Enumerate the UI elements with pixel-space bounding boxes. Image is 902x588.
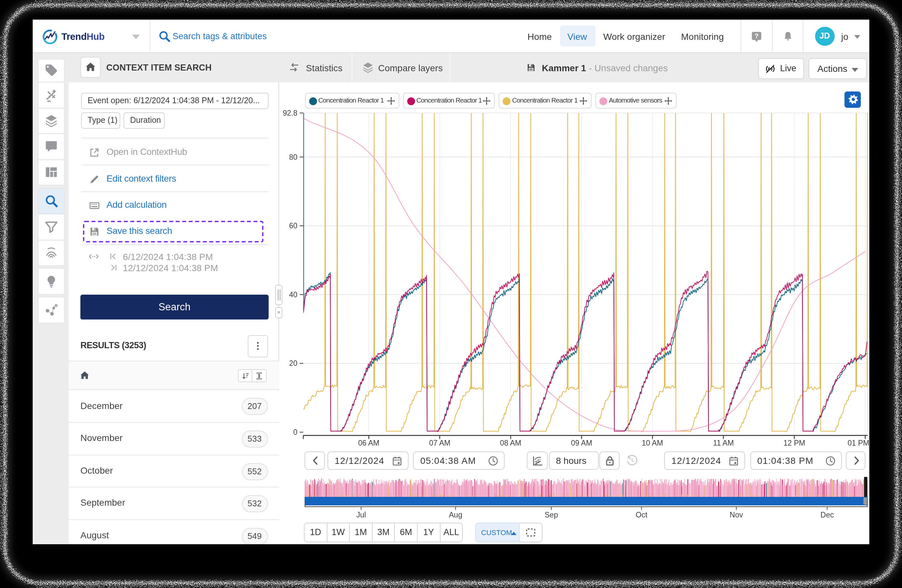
svg-text:01 PM: 01 PM — [848, 439, 869, 447]
svg-text:08 AM: 08 AM — [500, 439, 521, 447]
svg-text:11 AM: 11 AM — [713, 439, 734, 447]
svg-text:10 AM: 10 AM — [642, 439, 663, 447]
svg-text:Oct: Oct — [636, 510, 647, 519]
svg-text:92.8: 92.8 — [283, 109, 298, 117]
svg-text:06 AM: 06 AM — [358, 439, 379, 447]
svg-text:07 AM: 07 AM — [429, 439, 450, 447]
svg-text:09 AM: 09 AM — [571, 439, 592, 447]
svg-text:Aug: Aug — [449, 510, 462, 519]
svg-text:80: 80 — [289, 153, 298, 161]
svg-text:Dec: Dec — [821, 510, 834, 519]
svg-text:0: 0 — [293, 428, 298, 436]
svg-text:?: ? — [755, 32, 758, 39]
svg-text:Sep: Sep — [545, 510, 558, 519]
svg-text:Jul: Jul — [356, 510, 366, 519]
svg-text:Nov: Nov — [730, 510, 743, 519]
svg-text:60: 60 — [289, 222, 298, 230]
svg-text:20: 20 — [289, 359, 298, 368]
svg-text:12 PM: 12 PM — [783, 439, 805, 447]
svg-text:40: 40 — [289, 291, 298, 299]
